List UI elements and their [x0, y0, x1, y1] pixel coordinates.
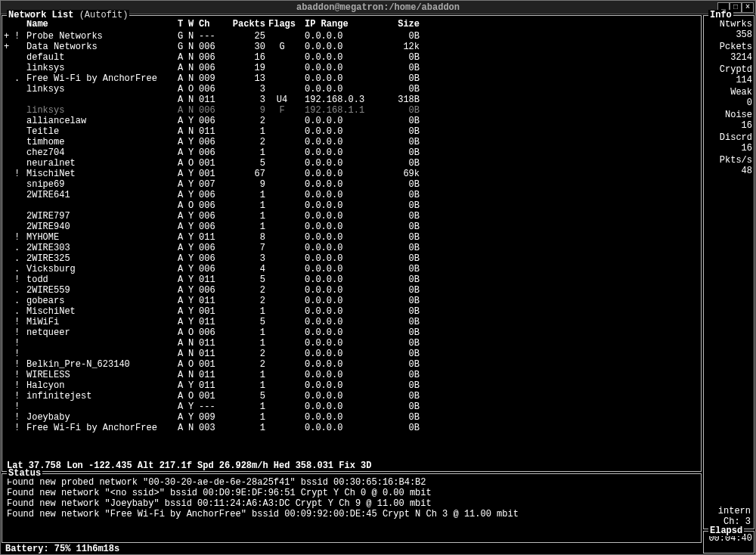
network-row[interactable]: . VicksburgAY00640.0.0.00B	[2, 264, 701, 274]
network-list-panel: Network List (Autofit) Name T W Ch Packt…	[2, 15, 702, 472]
info-value: 3214	[705, 52, 752, 63]
panel-title-text: Network List	[8, 10, 73, 20]
col-flags: Flags	[265, 19, 299, 29]
info-value: 114	[705, 75, 752, 85]
status-line: Found new probed network "00-30-20-ae-de…	[7, 477, 696, 488]
network-row[interactable]: snipe69AY00790.0.0.00B	[2, 179, 701, 190]
network-row[interactable]: 2WIRE940AY00610.0.0.00B	[2, 222, 701, 232]
network-row[interactable]: . 2WIRE559AY00620.0.0.00B	[2, 285, 701, 296]
info-value: 0	[705, 98, 752, 108]
col-packts: Packts	[223, 19, 265, 29]
autofit-label: (Autofit)	[79, 10, 129, 20]
info-value: 16	[705, 143, 752, 153]
status-line: Found new network "Free Wi-Fi by AnchorF…	[7, 509, 696, 519]
info-value: 358	[705, 29, 752, 40]
network-row[interactable]: chez704AY00610.0.0.00B	[2, 147, 701, 158]
network-row[interactable]: TeitleAN01110.0.0.00B	[2, 126, 701, 137]
network-row[interactable]: linksysAN006190.0.0.00B	[2, 63, 701, 73]
right-column: Info Ntwrks358Pckets3214Cryptd114Weak0No…	[702, 14, 755, 554]
info-iface: intern	[718, 506, 751, 516]
col-ip: IP Range	[299, 19, 377, 29]
elapsed-title: Elapsd	[708, 526, 744, 536]
info-label: Noise	[705, 110, 752, 120]
network-row[interactable]: AO00610.0.0.00B	[2, 200, 701, 211]
network-row[interactable]: ! toddAY01150.0.0.00B	[2, 274, 701, 285]
network-row[interactable]: +!Probe NetworksGN---250.0.0.00B	[2, 31, 701, 42]
network-row[interactable]: linksysAN0069F192.168.1.10B	[2, 105, 701, 116]
window-title: abaddon@megatron:/home/abaddon	[296, 2, 460, 13]
network-row[interactable]: . gobearsAY01120.0.0.00B	[2, 296, 701, 306]
gps-coord-line: Lat 37.758 Lon -122.435 Alt 217.1f Spd 2…	[2, 460, 701, 471]
network-row[interactable]: ! MiWiFiAY01150.0.0.00B	[2, 317, 701, 327]
network-row[interactable]: ! AN01120.0.0.00B	[2, 349, 701, 359]
network-row[interactable]: linksysAO00630.0.0.00B	[2, 84, 701, 95]
network-row[interactable]: ! Belkin_Pre-N_623140AO00120.0.0.00B	[2, 359, 701, 370]
network-row[interactable]: . Free Wi-Fi by AnchorFreeAN009130.0.0.0…	[2, 73, 701, 84]
network-row[interactable]: . 2WIRE325AY00630.0.0.00B	[2, 253, 701, 264]
network-row[interactable]: ! infinitejestAO00150.0.0.00B	[2, 391, 701, 402]
network-row[interactable]: ! AN01110.0.0.00B	[2, 338, 701, 349]
network-row[interactable]: . MischiNetAY00110.0.0.00B	[2, 306, 701, 317]
network-row[interactable]: 2WIRE797AY00610.0.0.00B	[2, 211, 701, 222]
close-button[interactable]: ×	[742, 2, 754, 13]
network-row[interactable]: . 2WIRE303AY00670.0.0.00B	[2, 243, 701, 253]
terminal-window: abaddon@megatron:/home/abaddon _ □ × Net…	[0, 0, 756, 555]
info-label: Cryptd	[705, 64, 752, 75]
network-row[interactable]: ! WIRELESSAN01110.0.0.00B	[2, 370, 701, 380]
network-row[interactable]: ! HalcyonAY01110.0.0.00B	[2, 380, 701, 391]
network-row[interactable]: neuralnetAO00150.0.0.00B	[2, 158, 701, 169]
status-line: Found new network "<no ssid>" bssid 00:D…	[7, 488, 696, 498]
status-panel: Status Found new probed network "00-30-2…	[2, 473, 702, 543]
left-column: Network List (Autofit) Name T W Ch Packt…	[1, 14, 702, 554]
network-row[interactable]: +Data NetworksGN00630G0.0.0.012k	[2, 42, 701, 52]
status-title: Status	[7, 468, 42, 479]
network-row[interactable]: AN0113U4192.168.0.3318B	[2, 95, 701, 105]
network-row[interactable]: ! JoeybabyAY00910.0.0.00B	[2, 412, 701, 423]
col-ch: Ch	[199, 19, 223, 29]
info-label: Pckets	[705, 42, 752, 52]
col-w: W	[188, 19, 199, 29]
elapsed-panel: Elapsd 00:04:40	[703, 531, 754, 553]
info-value: 16	[705, 120, 752, 131]
network-row[interactable]: ! Free Wi-Fi by AnchorFreeAN00310.0.0.00…	[2, 423, 701, 433]
network-row[interactable]: ! AY---10.0.0.00B	[2, 402, 701, 412]
info-label: Pkts/s	[705, 155, 752, 166]
info-panel: Info Ntwrks358Pckets3214Cryptd114Weak0No…	[703, 15, 754, 529]
info-label: Ntwrks	[705, 19, 752, 29]
network-row[interactable]: alliancelawAY00620.0.0.00B	[2, 116, 701, 126]
battery-line: Battery: 75% 11h6m18s	[1, 544, 702, 554]
network-row[interactable]: 2WIRE641AY00610.0.0.00B	[2, 190, 701, 200]
network-row[interactable]: ! MYHOMEAY01180.0.0.00B	[2, 232, 701, 243]
col-t: T	[178, 19, 188, 29]
network-list-title: Network List (Autofit)	[7, 10, 129, 20]
main-area: Network List (Autofit) Name T W Ch Packt…	[1, 14, 755, 554]
info-label: Weak	[705, 87, 752, 98]
status-lines: Found new probed network "00-30-20-ae-de…	[7, 477, 696, 519]
network-row[interactable]: ! MischiNetAY001670.0.0.069k	[2, 169, 701, 179]
network-row[interactable]: ! netqueerAO00610.0.0.00B	[2, 327, 701, 338]
status-line: Found new network "Joeybaby" bssid 00:11…	[7, 498, 696, 509]
col-size: Size	[377, 19, 420, 29]
network-header-row: Name T W Ch Packts Flags IP Range Size	[2, 19, 701, 29]
info-label: Discrd	[705, 132, 752, 143]
info-title: Info	[708, 10, 733, 20]
col-name: Name	[26, 19, 178, 29]
network-row[interactable]: defaultAN006160.0.0.00B	[2, 52, 701, 63]
network-rows[interactable]: +!Probe NetworksGN---250.0.0.00B+Data Ne…	[2, 31, 701, 460]
info-items: Ntwrks358Pckets3214Cryptd114Weak0Noise16…	[705, 19, 752, 176]
info-value: 48	[705, 166, 752, 176]
network-row[interactable]: timhomeAY00620.0.0.00B	[2, 137, 701, 147]
